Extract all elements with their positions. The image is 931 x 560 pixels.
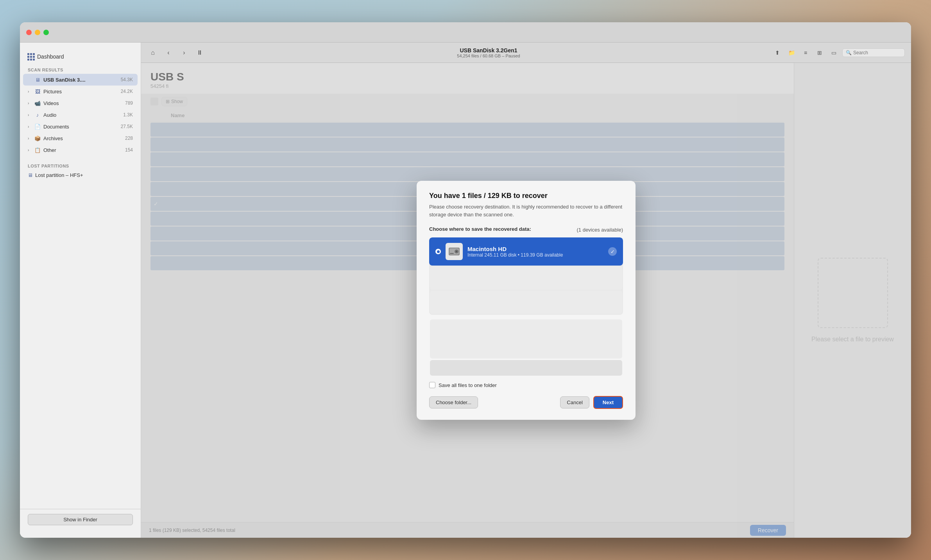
grid-icon: [28, 54, 34, 60]
lost-partition-icon: 🖥: [28, 172, 33, 178]
search-icon: 🔍: [846, 50, 852, 55]
sidebar-item-pictures[interactable]: › 🖼 Pictures 24.2K: [20, 86, 141, 97]
device-placeholder-1: [430, 266, 622, 290]
save-to-folder-checkbox[interactable]: [429, 382, 435, 388]
drive-icon: 🖥: [34, 76, 41, 83]
sidebar-item-other[interactable]: › 📋 Other 154: [20, 144, 141, 156]
other-item-name: Other: [43, 147, 125, 153]
video-icon: 📹: [34, 100, 41, 107]
lost-partition-name: Lost partition – HFS+: [35, 172, 83, 178]
folder-icon[interactable]: 📁: [786, 47, 797, 58]
device-item-macintosh-hd[interactable]: Macintosh HD Internal 245.11 GB disk • 1…: [429, 237, 623, 266]
maximize-button[interactable]: [43, 30, 49, 35]
documents-item-name: Documents: [43, 124, 121, 130]
other-item-count: 154: [125, 147, 133, 153]
dialog-buttons: Choose folder... Cancel Next: [429, 396, 623, 409]
collapse-arrow-documents: ›: [28, 125, 32, 129]
device-icon: [446, 243, 463, 260]
device-details: Internal 245.11 GB disk • 119.39 GB avai…: [467, 252, 608, 258]
sidebar-item-videos[interactable]: › 📹 Videos 789: [20, 97, 141, 109]
app-toolbar: ⌂ ‹ › ⏸ USB SanDisk 3.2Gen1 54,254 files…: [141, 43, 911, 63]
recovery-dialog: You have 1 files / 129 KB to recover Ple…: [417, 181, 636, 420]
dialog-section-label: Choose where to save the recovered data:: [429, 226, 531, 232]
minimize-button[interactable]: [35, 30, 40, 35]
home-icon[interactable]: ⌂: [147, 47, 158, 58]
sidebar-footer: Show in Finder: [20, 509, 141, 530]
sidebar: Dashboard Scan results 🖥 USB SanDisk 3..…: [20, 43, 141, 538]
toolbar-subtitle: 54,254 files / 60.68 GB – Paused: [210, 54, 767, 58]
archives-item-count: 228: [125, 136, 133, 141]
split-view-icon[interactable]: ▭: [828, 47, 839, 58]
radio-inner: [437, 250, 440, 253]
save-to-folder-label: Save all files to one folder: [439, 382, 497, 388]
dashboard-label: Dashboard: [37, 54, 64, 60]
show-in-finder-button[interactable]: Show in Finder: [28, 514, 133, 525]
audio-icon: ♪: [34, 111, 41, 118]
sidebar-item-archives[interactable]: › 📦 Archives 228: [20, 132, 141, 144]
traffic-lights: [26, 30, 49, 35]
modal-backdrop: You have 1 files / 129 KB to recover Ple…: [141, 63, 911, 538]
mac-window: Dashboard Scan results 🖥 USB SanDisk 3..…: [20, 22, 911, 538]
list-icon[interactable]: ≡: [800, 47, 811, 58]
device-info: Macintosh HD Internal 245.11 GB disk • 1…: [467, 246, 608, 258]
devices-count: (1 devices available): [577, 227, 623, 233]
documents-item-count: 27.5K: [121, 124, 133, 129]
collapse-arrow-pictures: ›: [28, 89, 32, 94]
svg-point-3: [456, 251, 457, 252]
pictures-item-name: Pictures: [43, 89, 121, 95]
title-bar: [20, 22, 911, 43]
hard-drive-svg: [447, 244, 461, 259]
collapse-arrow-archives: ›: [28, 136, 32, 141]
lost-partitions-section: Lost partitions 🖥 Lost partition – HFS+: [20, 161, 141, 180]
audio-item-name: Audio: [43, 112, 123, 118]
audio-item-count: 1.3K: [123, 112, 133, 118]
videos-item-count: 789: [125, 100, 133, 106]
toolbar-right: ⬆ 📁 ≡ ⊞ ▭ 🔍: [772, 47, 905, 58]
forward-button[interactable]: ›: [179, 47, 190, 58]
collapse-arrow-videos: ›: [28, 101, 32, 105]
scan-results-section-title: Scan results: [20, 64, 141, 74]
collapse-arrow-audio: ›: [28, 113, 32, 117]
back-button[interactable]: ‹: [163, 47, 174, 58]
dialog-title: You have 1 files / 129 KB to recover: [429, 192, 623, 200]
toolbar-title: USB SanDisk 3.2Gen1: [210, 47, 767, 54]
device-check-icon: ✓: [608, 247, 617, 256]
device-list: Macintosh HD Internal 245.11 GB disk • 1…: [429, 237, 623, 315]
picture-icon: 🖼: [34, 88, 41, 95]
device-radio: [435, 249, 441, 254]
collapse-arrow-other: ›: [28, 148, 32, 152]
search-bar: 🔍: [842, 48, 905, 57]
device-placeholder-2: [430, 291, 622, 314]
archives-item-name: Archives: [43, 136, 125, 141]
export-icon[interactable]: ⬆: [772, 47, 783, 58]
other-icon: 📋: [34, 146, 41, 153]
next-button[interactable]: Next: [593, 396, 623, 409]
document-icon: 📄: [34, 123, 41, 130]
videos-item-name: Videos: [43, 100, 125, 106]
choose-folder-button[interactable]: Choose folder...: [429, 396, 478, 408]
usb-item-name: USB SanDisk 3....: [43, 77, 121, 83]
sidebar-item-lost-partition[interactable]: 🖥 Lost partition – HFS+: [20, 170, 141, 180]
usb-item-count: 54.3K: [121, 77, 133, 82]
close-button[interactable]: [26, 30, 32, 35]
dialog-section-header: Choose where to save the recovered data:…: [429, 226, 623, 234]
device-name: Macintosh HD: [467, 246, 608, 252]
search-input[interactable]: [853, 50, 901, 55]
content-area: Dashboard Scan results 🖥 USB SanDisk 3..…: [20, 43, 911, 538]
archive-icon: 📦: [34, 135, 41, 142]
toolbar-title-area: USB SanDisk 3.2Gen1 54,254 files / 60.68…: [210, 47, 767, 58]
sidebar-item-documents[interactable]: › 📄 Documents 27.5K: [20, 121, 141, 132]
pictures-item-count: 24.2K: [121, 89, 133, 94]
sidebar-item-dashboard[interactable]: Dashboard: [20, 50, 141, 63]
device-list-placeholder: [430, 319, 622, 358]
dialog-subtitle: Please choose recovery destination. It i…: [429, 203, 623, 218]
sidebar-item-usb[interactable]: 🖥 USB SanDisk 3.... 54.3K: [23, 74, 138, 86]
save-to-folder-checkbox-row: Save all files to one folder: [429, 382, 623, 388]
sidebar-item-audio[interactable]: › ♪ Audio 1.3K: [20, 109, 141, 121]
cancel-button[interactable]: Cancel: [560, 396, 589, 408]
grid-view-icon[interactable]: ⊞: [814, 47, 825, 58]
play-pause-button[interactable]: ⏸: [194, 47, 205, 58]
device-list-placeholder-small: [430, 360, 622, 376]
lost-partitions-title: Lost partitions: [20, 161, 141, 170]
svg-rect-4: [450, 253, 454, 254]
